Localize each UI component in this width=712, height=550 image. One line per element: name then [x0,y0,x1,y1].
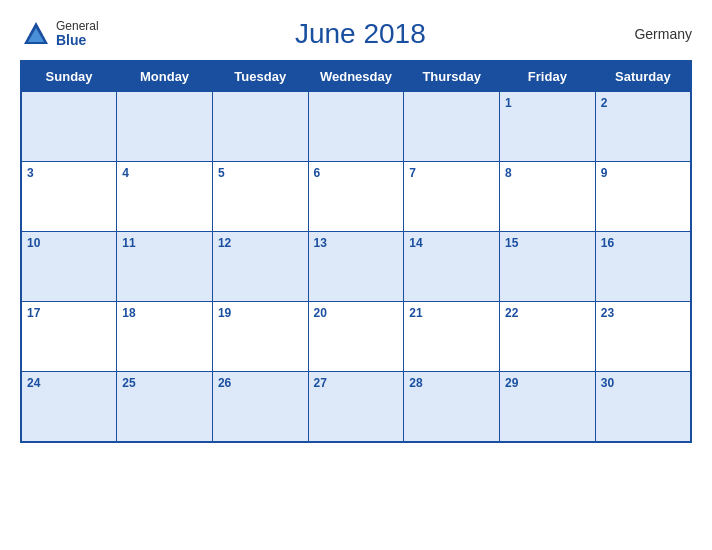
day-number: 15 [505,236,518,250]
day-number: 27 [314,376,327,390]
day-number: 19 [218,306,231,320]
calendar-week-row: 17181920212223 [21,302,691,372]
calendar-title: June 2018 [99,18,622,50]
calendar-cell: 20 [308,302,404,372]
calendar-cell: 1 [500,92,596,162]
day-number: 14 [409,236,422,250]
day-number: 2 [601,96,608,110]
day-number: 7 [409,166,416,180]
calendar-cell: 28 [404,372,500,442]
calendar-cell: 11 [117,232,213,302]
day-header-wednesday: Wednesday [308,61,404,92]
calendar-cell: 13 [308,232,404,302]
day-number: 21 [409,306,422,320]
calendar-cell: 8 [500,162,596,232]
calendar-cell: 18 [117,302,213,372]
calendar-cell [117,92,213,162]
calendar-cell: 29 [500,372,596,442]
calendar-cell: 16 [595,232,691,302]
day-number: 16 [601,236,614,250]
calendar-header: SundayMondayTuesdayWednesdayThursdayFrid… [21,61,691,92]
day-header-friday: Friday [500,61,596,92]
day-number: 20 [314,306,327,320]
calendar-cell: 6 [308,162,404,232]
day-header-saturday: Saturday [595,61,691,92]
day-number: 11 [122,236,135,250]
calendar-cell: 23 [595,302,691,372]
calendar-cell [404,92,500,162]
header: General Blue June 2018 Germany [20,18,692,50]
day-number: 5 [218,166,225,180]
day-number: 3 [27,166,34,180]
day-number: 6 [314,166,321,180]
logo-text: General Blue [56,20,99,49]
day-number: 25 [122,376,135,390]
calendar-cell [308,92,404,162]
day-number: 26 [218,376,231,390]
day-number: 8 [505,166,512,180]
day-number: 28 [409,376,422,390]
day-header-monday: Monday [117,61,213,92]
logo-icon [20,18,52,50]
day-number: 22 [505,306,518,320]
day-number: 10 [27,236,40,250]
calendar-cell: 14 [404,232,500,302]
logo-general-text: General [56,20,99,33]
calendar-cell: 9 [595,162,691,232]
calendar-week-row: 24252627282930 [21,372,691,442]
calendar-week-row: 3456789 [21,162,691,232]
days-header-row: SundayMondayTuesdayWednesdayThursdayFrid… [21,61,691,92]
calendar-week-row: 12 [21,92,691,162]
day-number: 1 [505,96,512,110]
calendar-cell: 27 [308,372,404,442]
calendar-cell: 25 [117,372,213,442]
calendar-body: 1234567891011121314151617181920212223242… [21,92,691,442]
logo-blue-text: Blue [56,33,99,48]
calendar-cell: 15 [500,232,596,302]
day-number: 4 [122,166,129,180]
calendar-cell [21,92,117,162]
calendar-cell: 17 [21,302,117,372]
calendar-cell: 5 [212,162,308,232]
calendar-cell: 21 [404,302,500,372]
calendar-cell: 10 [21,232,117,302]
day-header-thursday: Thursday [404,61,500,92]
calendar-cell: 4 [117,162,213,232]
calendar-cell: 7 [404,162,500,232]
calendar-cell: 19 [212,302,308,372]
calendar-cell: 30 [595,372,691,442]
day-number: 23 [601,306,614,320]
calendar-cell: 22 [500,302,596,372]
calendar-week-row: 10111213141516 [21,232,691,302]
calendar-table: SundayMondayTuesdayWednesdayThursdayFrid… [20,60,692,443]
calendar-cell [212,92,308,162]
calendar-cell: 3 [21,162,117,232]
calendar-cell: 12 [212,232,308,302]
day-number: 13 [314,236,327,250]
country-label: Germany [622,26,692,42]
day-number: 9 [601,166,608,180]
day-header-sunday: Sunday [21,61,117,92]
day-header-tuesday: Tuesday [212,61,308,92]
logo: General Blue [20,18,99,50]
calendar-page: General Blue June 2018 Germany SundayMon… [0,0,712,550]
day-number: 30 [601,376,614,390]
day-number: 12 [218,236,231,250]
day-number: 18 [122,306,135,320]
calendar-cell: 24 [21,372,117,442]
day-number: 29 [505,376,518,390]
day-number: 17 [27,306,40,320]
day-number: 24 [27,376,40,390]
calendar-cell: 26 [212,372,308,442]
calendar-cell: 2 [595,92,691,162]
